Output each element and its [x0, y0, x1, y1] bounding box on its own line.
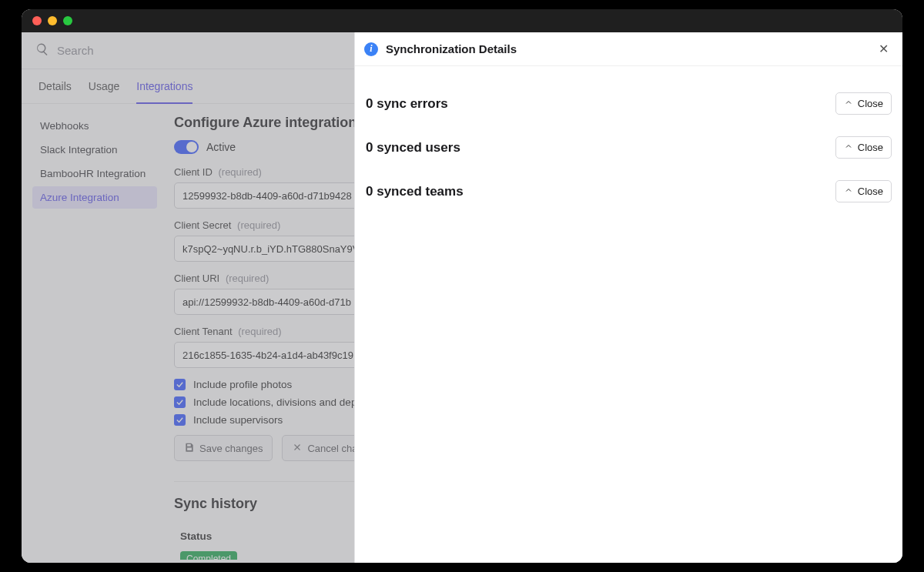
close-section-button[interactable]: Close: [835, 136, 892, 159]
save-icon: [184, 442, 195, 455]
chevron-up-icon: [844, 142, 853, 153]
status-badge: Completed: [180, 551, 237, 560]
sync-details-panel: i Synchronization Details ✕ 0 sync error…: [354, 32, 902, 563]
close-section-button[interactable]: Close: [835, 92, 892, 115]
active-label: Active: [206, 141, 236, 153]
panel-title: Synchronization Details: [386, 42, 866, 55]
chevron-up-icon: [844, 186, 853, 197]
window-maximize-button[interactable]: [63, 16, 72, 25]
sidebar-item-label: Webhooks: [40, 120, 89, 132]
save-button[interactable]: Save changes: [174, 435, 273, 461]
sidebar-item-bamboohr[interactable]: BambooHR Integration: [32, 162, 157, 185]
button-label: Close: [858, 186, 883, 197]
app-window: Details Usage Integrations Webhooks Slac…: [22, 9, 902, 563]
client-uri-label: Client URI: [174, 273, 219, 284]
client-secret-label: Client Secret: [174, 219, 231, 231]
tab-label: Usage: [89, 80, 119, 92]
panel-close-button[interactable]: ✕: [874, 38, 893, 59]
synced-users-heading: 0 synced users: [366, 140, 460, 156]
tab-label: Details: [38, 80, 72, 92]
search-icon: [35, 42, 49, 59]
sidebar: Webhooks Slack Integration BambooHR Inte…: [22, 104, 168, 560]
sidebar-item-webhooks[interactable]: Webhooks: [32, 115, 157, 137]
required-text: (required): [237, 219, 280, 231]
close-section-button[interactable]: Close: [835, 180, 892, 202]
button-label: Close: [858, 98, 883, 109]
sidebar-item-label: Azure Integration: [40, 192, 119, 203]
check-label: Include locations, divisions and departm: [193, 396, 377, 408]
check-label: Include profile photos: [193, 379, 292, 390]
titlebar: [22, 9, 902, 32]
button-label: Close: [858, 142, 883, 153]
checkbox-icon: [174, 414, 186, 426]
check-label: Include supervisors: [193, 414, 283, 426]
checkbox-icon: [174, 379, 186, 390]
window-close-button[interactable]: [32, 16, 42, 25]
synced-teams-heading: 0 synced teams: [366, 184, 464, 199]
tab-usage[interactable]: Usage: [89, 69, 119, 103]
client-id-label: Client ID: [174, 166, 213, 178]
sync-errors-heading: 0 sync errors: [366, 96, 448, 112]
button-label: Save changes: [199, 443, 263, 454]
tab-integrations[interactable]: Integrations: [136, 69, 192, 103]
tab-details[interactable]: Details: [38, 69, 72, 103]
sidebar-item-slack[interactable]: Slack Integration: [32, 139, 157, 161]
client-tenant-label: Client Tenant: [174, 326, 233, 337]
required-text: (required): [218, 166, 261, 178]
close-icon: [292, 442, 303, 455]
sidebar-item-label: Slack Integration: [40, 144, 118, 156]
info-icon: i: [364, 42, 378, 56]
tab-label: Integrations: [136, 80, 192, 92]
required-text: (required): [226, 273, 269, 284]
chevron-up-icon: [844, 98, 853, 109]
window-minimize-button[interactable]: [48, 16, 57, 25]
sidebar-item-label: BambooHR Integration: [40, 168, 146, 179]
sidebar-item-azure[interactable]: Azure Integration: [32, 186, 157, 209]
active-toggle[interactable]: [174, 140, 199, 154]
required-text: (required): [238, 326, 281, 337]
checkbox-icon: [174, 396, 186, 408]
